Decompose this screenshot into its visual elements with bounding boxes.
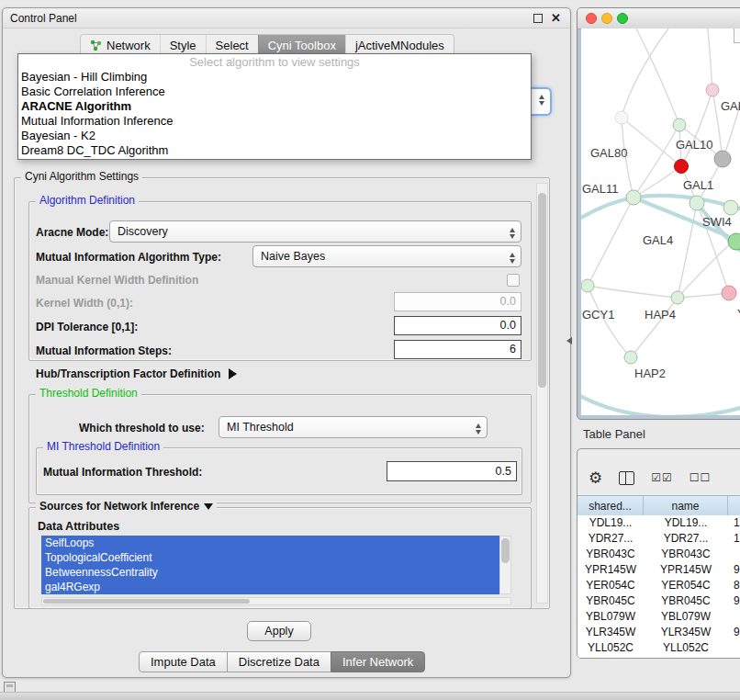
tab-impute-data[interactable]: Impute Data — [139, 651, 228, 672]
combo-value: MI Threshold — [227, 421, 294, 434]
close-window-icon[interactable]: ✕ — [551, 8, 561, 28]
network-node-gal10[interactable] — [675, 160, 689, 174]
attribute-item-selected[interactable]: TopologicalCoefficient — [41, 550, 499, 565]
network-node[interactable] — [671, 291, 684, 304]
node-label: GAL80 — [590, 146, 627, 160]
dpi-tolerance-label: DPI Tolerance [0,1]: — [36, 321, 138, 333]
dpi-tolerance-field[interactable]: 0.0 — [394, 316, 521, 335]
columns-icon[interactable] — [619, 471, 634, 485]
tab-network[interactable]: Network — [81, 35, 160, 55]
node-label: SWI4 — [702, 215, 732, 229]
network-node-gcy1[interactable] — [581, 279, 594, 292]
algorithm-option[interactable]: Bayesian - Hill Climbing — [18, 70, 531, 85]
network-node-gal1[interactable] — [690, 196, 704, 210]
network-node[interactable] — [706, 84, 719, 96]
settings-scrollbar[interactable] — [536, 183, 548, 604]
table-row[interactable]: YDL19...YDL19...13 — [577, 515, 740, 531]
kernel-width-field[interactable]: 0.0 — [394, 292, 521, 311]
control-panel-window: Control Panel ✕ Netw — [2, 7, 571, 678]
table-panel-title: Table Panel — [583, 427, 645, 441]
network-node[interactable] — [728, 233, 740, 250]
attributes-horizontal-scrollbar[interactable] — [41, 597, 511, 605]
tab-jactivemnodules[interactable]: jActiveMNodules — [345, 35, 454, 55]
panel-splitter-arrow[interactable] — [566, 337, 572, 344]
network-canvas[interactable]: GAL GAL80 GAL10 GAL11 GAL1 SWI4 GAL4 GCY… — [581, 28, 740, 415]
node-label: HAP2 — [634, 367, 666, 380]
tab-infer-network[interactable]: Infer Network — [331, 651, 425, 672]
table-row[interactable]: YBR043CYBR043C — [577, 547, 740, 562]
network-node[interactable] — [723, 200, 738, 215]
bottom-status-strip — [0, 692, 740, 700]
combo-value: Naive Bayes — [261, 250, 325, 263]
table-row[interactable]: YBR045CYBR045C9. — [577, 593, 740, 609]
node-label: GAL — [721, 99, 740, 113]
float-window-icon[interactable] — [533, 14, 543, 23]
table-row[interactable]: YPR145WYPR145W9. — [577, 562, 740, 578]
network-node[interactable] — [722, 286, 736, 300]
table-panel-window: ⚙ ☑☑ ☐☐ shared... name YDL19...YDL19...1… — [577, 448, 740, 659]
attribute-item-selected[interactable]: SelfLoops — [41, 536, 499, 550]
kernel-width-label: Kernel Width (0,1): — [36, 297, 133, 310]
expand-arrow-icon — [229, 368, 237, 379]
hub-definition-label: Hub/Transcription Factor Definition — [36, 367, 220, 380]
manual-kernel-checkbox[interactable] — [507, 274, 520, 287]
network-node[interactable] — [626, 190, 641, 205]
mi-type-combobox[interactable]: Naive Bayes — [252, 245, 521, 267]
data-attributes-label: Data Attributes — [38, 520, 119, 533]
aracne-mode-combobox[interactable]: Discovery — [109, 220, 521, 243]
tab-label: jActiveMNodules — [355, 39, 444, 52]
network-node[interactable] — [615, 111, 628, 124]
algorithm-dropdown-list: Select algorithm to view settings Bayesi… — [17, 53, 532, 160]
table-row[interactable]: YBL079WYBL079W — [577, 609, 740, 625]
combo-value: Discovery — [118, 225, 168, 238]
network-node[interactable] — [673, 119, 686, 131]
mi-threshold-label: Mutual Information Threshold: — [43, 466, 202, 479]
combo-arrows-icon — [539, 95, 544, 106]
column-header-shared-name[interactable]: shared... — [577, 496, 644, 516]
network-node-hap2[interactable] — [624, 351, 637, 364]
node-label: GAL4 — [643, 233, 673, 247]
attribute-item-selected[interactable]: gal4RGexp — [41, 580, 499, 594]
deselect-all-checkboxes-icon[interactable]: ☐☐ — [690, 471, 712, 484]
algorithm-option[interactable]: Basic Correlation Inference — [18, 85, 531, 99]
which-threshold-combobox[interactable]: MI Threshold — [219, 416, 488, 438]
sources-group-title[interactable]: Sources for Network Inference — [36, 501, 217, 513]
tab-discretize-data[interactable]: Discretize Data — [227, 651, 331, 672]
select-all-checkboxes-icon[interactable]: ☑☑ — [651, 471, 673, 484]
tab-style[interactable]: Style — [160, 35, 206, 55]
aracne-mode-label: Aracne Mode: — [36, 226, 108, 239]
attributes-vertical-scrollbar[interactable] — [499, 536, 511, 594]
tab-select[interactable]: Select — [206, 35, 258, 55]
gear-icon[interactable]: ⚙ — [589, 470, 602, 486]
table-body: YDL19...YDL19...13 YDR27...YDR27...12 YB… — [577, 515, 740, 658]
minimize-button[interactable] — [601, 13, 612, 24]
desktop: Control Panel ✕ Netw — [0, 0, 740, 700]
table-row[interactable]: YDR27...YDR27...12 — [577, 531, 740, 547]
table-row[interactable]: YLL052CYLL052C — [577, 640, 740, 656]
mi-steps-field[interactable]: 6 — [394, 340, 521, 359]
network-graph: GAL GAL80 GAL10 GAL11 GAL1 SWI4 GAL4 GCY… — [581, 28, 740, 415]
table-toolbar: ⚙ ☑☑ ☐☐ — [577, 449, 740, 495]
close-button[interactable] — [586, 13, 597, 24]
zoom-button[interactable] — [617, 13, 628, 24]
hub-definition-toggle[interactable]: Hub/Transcription Factor Definition — [36, 367, 237, 380]
algorithm-option[interactable]: Mutual Information Inference — [18, 114, 531, 129]
attribute-item-selected[interactable]: BetweennessCentrality — [41, 565, 499, 580]
apply-button[interactable]: Apply — [247, 621, 311, 641]
algorithm-option-selected[interactable]: ARACNE Algorithm — [18, 99, 531, 114]
combo-arrows-icon — [510, 228, 515, 239]
network-view-window: GAL GAL80 GAL10 GAL11 GAL1 SWI4 GAL4 GCY… — [577, 7, 740, 420]
table-row[interactable]: YLR345WYLR345W9. — [577, 625, 740, 640]
which-threshold-label: Which threshold to use: — [79, 422, 205, 435]
algorithm-option[interactable]: Dream8 DC_TDC Algorithm — [18, 143, 531, 158]
mi-threshold-field[interactable]: 0.5 — [387, 461, 517, 481]
group-title: Algorithm Definition — [36, 195, 139, 207]
group-title: MI Threshold Definition — [43, 441, 163, 453]
network-node[interactable] — [714, 151, 731, 167]
table-row[interactable]: YER054CYER054C8. — [577, 578, 740, 593]
column-header-cut[interactable] — [728, 496, 740, 516]
tab-cyni-toolbox[interactable]: Cyni Toolbox — [258, 35, 345, 55]
column-header-name[interactable]: name — [644, 496, 728, 516]
group-title: Cyni Algorithm Settings — [21, 171, 142, 183]
algorithm-option[interactable]: Bayesian - K2 — [18, 129, 531, 143]
